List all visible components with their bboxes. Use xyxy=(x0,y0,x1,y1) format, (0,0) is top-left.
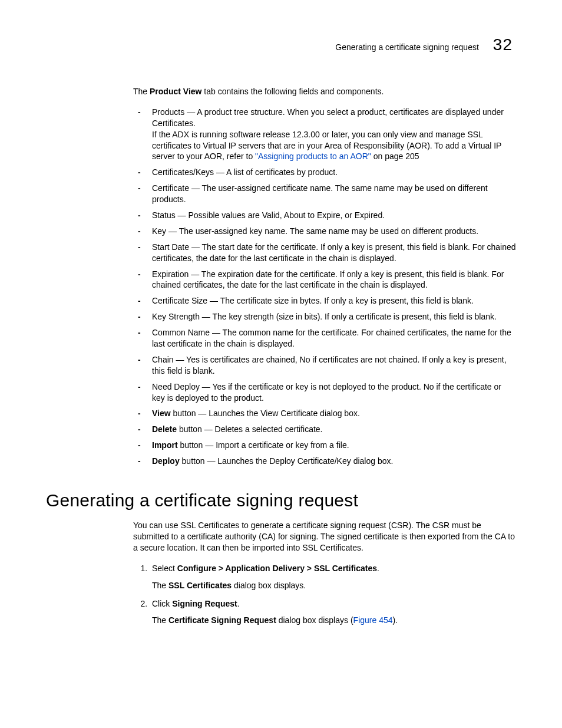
follow-pre: The xyxy=(152,581,168,590)
intro-bold: Product View xyxy=(150,87,201,96)
follow-pre: The xyxy=(152,615,168,625)
intro-prefix: The xyxy=(133,87,150,96)
step-item: Select Configure > Application Delivery … xyxy=(150,563,516,591)
list-text: Key — The user-assigned key name. The sa… xyxy=(152,226,478,236)
list-text: Certificate — The user-assigned certific… xyxy=(152,183,488,204)
list-item: Chain — Yes is certificates are chained,… xyxy=(133,354,516,377)
step-post: . xyxy=(237,599,240,608)
step-item: Click Signing Request. The Certificate S… xyxy=(150,598,516,627)
aor-link[interactable]: "Assigning products to an AOR" xyxy=(255,151,371,161)
intro-suffix: tab contains the following fields and co… xyxy=(201,87,384,96)
running-title: Generating a certificate signing request xyxy=(335,42,479,52)
list-item: Products — A product tree structure. Whe… xyxy=(133,107,516,162)
list-text: button — Deletes a selected certificate. xyxy=(177,424,322,434)
list-item: Certificate — The user-assigned certific… xyxy=(133,183,516,205)
list-text: Expiration — The expiration date for the… xyxy=(152,269,504,290)
list-item: Need Deploy — Yes if the certificate or … xyxy=(133,381,516,404)
page: Generating a certificate signing request… xyxy=(0,0,562,728)
list-text: Certificate Size — The certificate size … xyxy=(152,296,474,305)
list-item: Expiration — The expiration date for the… xyxy=(133,269,516,291)
steps-list: Select Configure > Application Delivery … xyxy=(133,563,516,627)
chapter-number: 32 xyxy=(493,35,513,54)
list-item: View button — Launches the View Certific… xyxy=(133,408,516,419)
list-item: Key Strength — The key strength (size in… xyxy=(133,311,516,322)
list-text: button — Launches the View Certificate d… xyxy=(171,409,360,418)
step-pre: Select xyxy=(152,564,177,573)
section-intro: You can use SSL Certificates to generate… xyxy=(133,520,516,554)
list-bold: Deploy xyxy=(152,456,180,466)
figure-link[interactable]: Figure 454 xyxy=(353,615,393,625)
list-text: Chain — Yes is certificates are chained,… xyxy=(152,355,507,375)
list-bold: Delete xyxy=(152,424,177,434)
follow-after-link: ). xyxy=(393,615,398,625)
list-item: Delete button — Deletes a selected certi… xyxy=(133,424,516,435)
section-heading: Generating a certificate signing request xyxy=(46,490,516,510)
list-item: Certificate Size — The certificate size … xyxy=(133,295,516,307)
list-item: Start Date — The start date for the cert… xyxy=(133,242,516,264)
follow-post: dialog box displays. xyxy=(232,581,306,590)
step-bold: Signing Request xyxy=(172,599,237,608)
list-text: Need Deploy — Yes if the certificate or … xyxy=(152,382,501,403)
list-text: Products — A product tree structure. Whe… xyxy=(152,107,504,128)
step-pre: Click xyxy=(152,599,172,608)
step-follow: The Certificate Signing Request dialog b… xyxy=(152,615,516,626)
intro-paragraph: The Product View tab contains the follow… xyxy=(133,86,516,97)
step-bold: Configure > Application Delivery > SSL C… xyxy=(177,564,377,573)
body-column: The Product View tab contains the follow… xyxy=(133,86,516,467)
list-bold: View xyxy=(152,409,171,418)
follow-bold: Certificate Signing Request xyxy=(168,615,276,625)
step-post: . xyxy=(377,564,379,573)
list-text: Common Name — The common name for the ce… xyxy=(152,328,511,348)
list-text: button — Launches the Deploy Certificate… xyxy=(180,456,394,466)
list-item: Key — The user-assigned key name. The sa… xyxy=(133,226,516,237)
list-item: Import button — Import a certificate or … xyxy=(133,440,516,451)
list-bold: Import xyxy=(152,440,178,450)
list-text: Certificates/Keys — A list of certificat… xyxy=(152,167,338,177)
running-header: Generating a certificate signing request… xyxy=(46,35,516,54)
list-item: Deploy button — Launches the Deploy Cert… xyxy=(133,456,516,467)
field-list: Products — A product tree structure. Whe… xyxy=(133,107,516,467)
list-text: button — Import a certificate or key fro… xyxy=(178,440,349,450)
list-after-link: on page 205 xyxy=(371,151,419,161)
follow-post: dialog box displays ( xyxy=(276,615,353,625)
list-item: Status — Possible values are Valid, Abou… xyxy=(133,210,516,221)
follow-bold: SSL Certificates xyxy=(168,581,232,590)
step-follow: The SSL Certificates dialog box displays… xyxy=(152,580,516,591)
list-item: Common Name — The common name for the ce… xyxy=(133,327,516,350)
list-text: Status — Possible values are Valid, Abou… xyxy=(152,210,385,220)
list-text: Key Strength — The key strength (size in… xyxy=(152,312,497,321)
list-item: Certificates/Keys — A list of certificat… xyxy=(133,167,516,178)
list-text: Start Date — The start date for the cert… xyxy=(152,242,516,263)
